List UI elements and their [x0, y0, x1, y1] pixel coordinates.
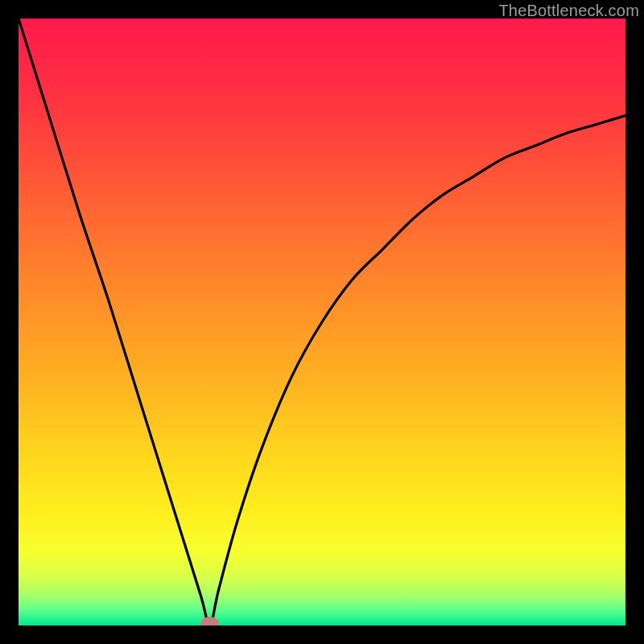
attribution-label: TheBottleneck.com [498, 2, 639, 20]
bottleneck-chart [19, 19, 625, 625]
plot-area [19, 19, 625, 625]
